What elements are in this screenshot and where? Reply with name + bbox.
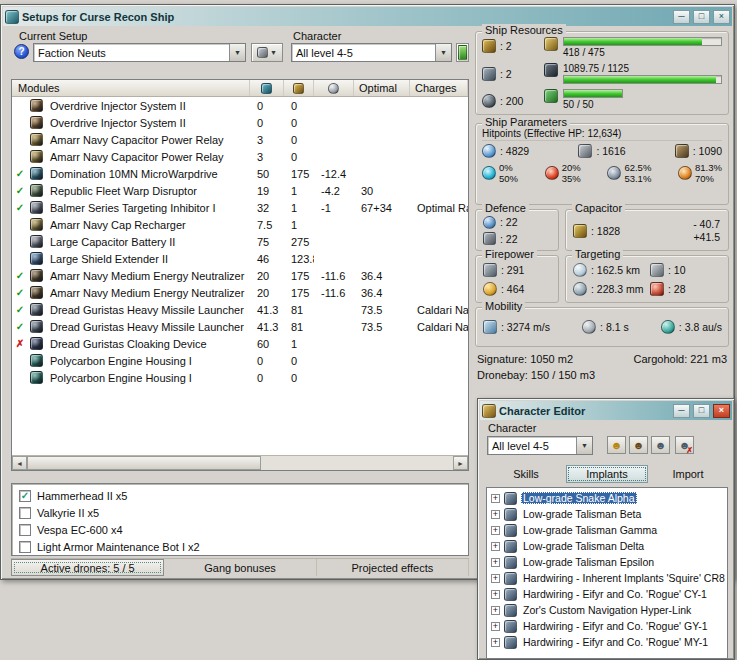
implant-item[interactable]: +Low-grade Snake Alpha	[487, 490, 727, 506]
module-icon	[30, 337, 43, 350]
launcher-hardpoints-value: : 2	[500, 68, 512, 80]
tab-implants[interactable]: Implants	[566, 465, 648, 483]
column-optimal[interactable]: Optimal	[354, 80, 410, 96]
expand-plus-icon[interactable]: +	[491, 494, 500, 503]
edit-character-button[interactable]: ☻	[629, 436, 648, 454]
maximize-button[interactable]: □	[693, 10, 710, 24]
module-active-check-icon: ✓	[12, 168, 28, 179]
expand-plus-icon[interactable]: +	[491, 542, 500, 551]
ce-close-button[interactable]: ×	[713, 404, 730, 418]
module-row[interactable]: Amarr Navy Cap Recharger7.51	[12, 216, 468, 233]
module-row[interactable]: ✓Dread Guristas Heavy Missile Launcher41…	[12, 318, 468, 335]
firepower-title: Firepower	[482, 248, 537, 260]
tab-skills[interactable]: Skills	[486, 465, 566, 483]
expand-plus-icon[interactable]: +	[491, 606, 500, 615]
column-modules[interactable]: Modules	[12, 80, 250, 96]
copy-character-button[interactable]: ☻	[651, 436, 670, 454]
character-combobox[interactable]: All level 4-5 ▼	[291, 43, 452, 62]
module-row[interactable]: Amarr Navy Capacitor Power Relay30	[12, 131, 468, 148]
ce-maximize-button[interactable]: □	[693, 404, 710, 418]
module-row[interactable]: Polycarbon Engine Housing I00	[12, 352, 468, 369]
expand-plus-icon[interactable]: +	[491, 622, 500, 631]
expand-plus-icon[interactable]: +	[491, 510, 500, 519]
module-row[interactable]: ✓Domination 10MN MicroWarpdrive50175-12.…	[12, 165, 468, 182]
character-value: All level 4-5	[292, 47, 435, 59]
delete-character-button[interactable]: ☻✗	[675, 436, 694, 454]
scroll-right-icon[interactable]: ►	[453, 456, 468, 470]
module-icon	[30, 218, 43, 231]
column-cpu[interactable]	[250, 80, 284, 96]
capacitor-amount: : 1828	[591, 225, 620, 237]
implant-item[interactable]: +Low-grade Talisman Epsilon	[487, 554, 727, 570]
minimize-button[interactable]: ─	[673, 10, 690, 24]
implant-item[interactable]: +Low-grade Talisman Gamma	[487, 522, 727, 538]
expand-plus-icon[interactable]: +	[491, 558, 500, 567]
drone-checkbox[interactable]	[19, 524, 31, 536]
setup-tools-button[interactable]: ▼	[251, 43, 283, 62]
implant-item[interactable]: +Low-grade Talisman Beta	[487, 506, 727, 522]
ce-minimize-button[interactable]: ─	[673, 404, 690, 418]
expand-plus-icon[interactable]: +	[491, 590, 500, 599]
help-icon[interactable]: ?	[14, 44, 29, 59]
armor-icon	[578, 144, 592, 158]
drone-checkbox[interactable]	[19, 507, 31, 519]
module-cpu: 7.5	[250, 219, 284, 231]
chevron-down-icon[interactable]: ▼	[435, 44, 451, 61]
bottom-tab-projected-effects[interactable]: Projected effects	[317, 559, 469, 576]
modules-hscrollbar[interactable]: ◄ ►	[12, 455, 468, 470]
ship-resources-group: Ship Resources : 2 : 2 : 200 418 / 475	[475, 31, 729, 115]
dronebay-value: Dronebay: 150 / 150 m3	[477, 369, 595, 381]
drone-checkbox[interactable]: ✓	[19, 490, 31, 502]
implant-item[interactable]: +Low-grade Talisman Delta	[487, 538, 727, 554]
drone-row[interactable]: Vespa EC-600 x4	[12, 521, 468, 538]
scroll-track[interactable]	[27, 456, 453, 470]
scroll-thumb[interactable]	[27, 456, 261, 470]
expand-plus-icon[interactable]: +	[491, 638, 500, 647]
bottom-tab-gang-bonuses[interactable]: Gang bonuses	[164, 559, 316, 576]
module-row[interactable]: Amarr Navy Capacitor Power Relay30	[12, 148, 468, 165]
main-titlebar[interactable]: Setups for Curse Recon Ship ─ □ ×	[3, 7, 732, 26]
module-row[interactable]: Large Shield Extender II46123.8	[12, 250, 468, 267]
implant-item[interactable]: +Hardwiring - Inherent Implants 'Squire'…	[487, 570, 727, 586]
column-charges[interactable]: Charges	[410, 80, 468, 96]
character-editor-titlebar[interactable]: Character Editor ─ □ ×	[480, 401, 732, 420]
implant-item[interactable]: +Zor's Custom Navigation Hyper-Link	[487, 602, 727, 618]
module-row[interactable]: ✓Balmer Series Targeting Inhibitor I321-…	[12, 199, 468, 216]
drone-checkbox[interactable]	[19, 541, 31, 553]
close-button[interactable]: ×	[713, 10, 730, 24]
column-powergrid[interactable]	[284, 80, 314, 96]
open-character-editor-button[interactable]	[456, 43, 469, 62]
module-row[interactable]: Large Capacitor Battery II75275	[12, 233, 468, 250]
module-row[interactable]: Overdrive Injector System II00	[12, 114, 468, 131]
module-cpu: 75	[250, 236, 284, 248]
chevron-down-icon[interactable]: ▼	[576, 437, 592, 454]
tab-import[interactable]: Import	[648, 465, 728, 483]
column-capacitor[interactable]	[314, 80, 354, 96]
implant-item[interactable]: +Hardwiring - Eifyr and Co. 'Rogue' CY-1	[487, 586, 727, 602]
scroll-left-icon[interactable]: ◄	[12, 456, 27, 470]
signature-value: Signature: 1050 m2	[477, 353, 573, 365]
hull-hp: : 1090	[693, 145, 722, 157]
bottom-tab-active-drones-5-5[interactable]: Active drones: 5 / 5	[11, 559, 164, 576]
chevron-down-icon[interactable]: ▼	[229, 44, 245, 61]
character-label: Character	[293, 30, 341, 42]
drone-row[interactable]: ✓Hammerhead II x5	[12, 487, 468, 504]
expand-plus-icon[interactable]: +	[491, 526, 500, 535]
module-row[interactable]: Overdrive Injector System II00	[12, 97, 468, 114]
module-row[interactable]: ✓Dread Guristas Heavy Missile Launcher41…	[12, 301, 468, 318]
new-character-button[interactable]: ☻	[607, 436, 626, 454]
module-row[interactable]: Polycarbon Engine Housing I00	[12, 369, 468, 386]
module-row[interactable]: ✓Republic Fleet Warp Disruptor191-4.230	[12, 182, 468, 199]
module-row[interactable]: ✓Amarr Navy Medium Energy Neutralizer201…	[12, 284, 468, 301]
module-row[interactable]: ✗Dread Guristas Cloaking Device601	[12, 335, 468, 352]
drone-row[interactable]: Valkyrie II x5	[12, 504, 468, 521]
modules-header[interactable]: Modules Optimal Charges	[12, 80, 468, 97]
implant-item[interactable]: +Hardwiring - Eifyr and Co. 'Rogue' GY-1	[487, 618, 727, 634]
current-setup-combobox[interactable]: Faction Neuts ▼	[33, 43, 246, 62]
powergrid-bar	[563, 75, 722, 84]
expand-plus-icon[interactable]: +	[491, 574, 500, 583]
implant-item[interactable]: +Hardwiring - Eifyr and Co. 'Rogue' MY-1	[487, 634, 727, 650]
drone-row[interactable]: Light Armor Maintenance Bot I x2	[12, 538, 468, 555]
module-row[interactable]: ✓Amarr Navy Medium Energy Neutralizer201…	[12, 267, 468, 284]
ce-character-combobox[interactable]: All level 4-5 ▼	[487, 436, 593, 455]
